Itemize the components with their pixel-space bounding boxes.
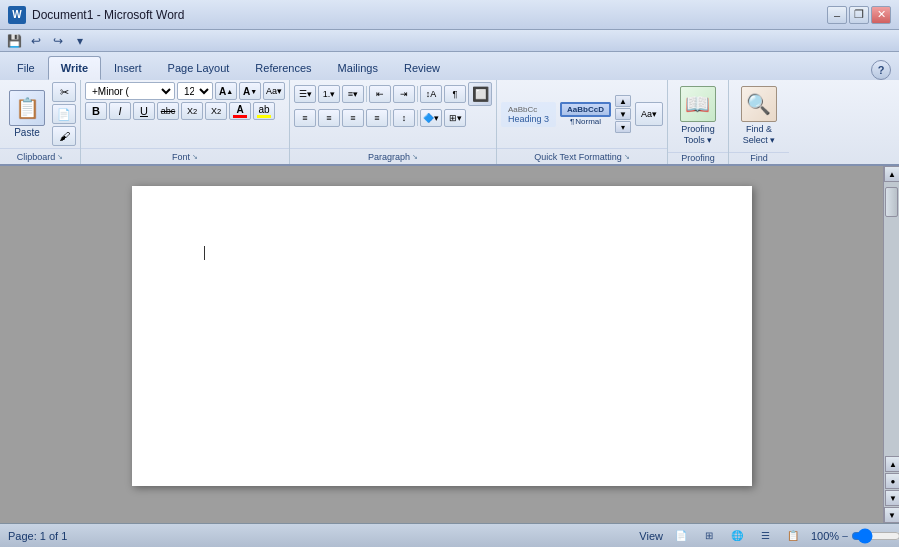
styles-preview-area: AaBbCc Heading 3 AaBbCcD ¶ Normal bbox=[501, 95, 631, 133]
highlight-button[interactable]: ab bbox=[253, 102, 275, 120]
tab-insert[interactable]: Insert bbox=[101, 56, 155, 80]
list-bullet-button[interactable]: ☰▾ bbox=[294, 85, 316, 103]
text-cursor bbox=[204, 246, 205, 260]
align-left-button[interactable]: ≡ bbox=[294, 109, 316, 127]
zoom-out-button[interactable]: – bbox=[841, 527, 849, 545]
font-size-select[interactable]: 12 bbox=[177, 82, 213, 100]
font-family-select[interactable]: +Minor ( bbox=[85, 82, 175, 100]
heading3-style-button[interactable]: AaBbCc Heading 3 bbox=[501, 102, 556, 127]
scroll-next-page[interactable]: ▼ bbox=[885, 490, 899, 506]
save-qat-button[interactable]: 💾 bbox=[4, 32, 24, 50]
full-screen-button[interactable]: ⊞ bbox=[699, 527, 719, 545]
proofing-group-label: Proofing bbox=[668, 152, 728, 164]
draft-button[interactable]: 📋 bbox=[783, 527, 803, 545]
shading2-button[interactable]: 🔷▾ bbox=[420, 109, 442, 127]
close-button[interactable]: ✕ bbox=[871, 6, 891, 24]
find-group-label: Find bbox=[729, 152, 789, 164]
increase-indent-button[interactable]: ⇥ bbox=[393, 85, 415, 103]
line-spacing-button[interactable]: ↕ bbox=[393, 109, 415, 127]
scroll-thumb[interactable] bbox=[885, 187, 898, 217]
para-row-1: ☰▾ 1.▾ ≡▾ ⇤ ⇥ ↕A ¶ 🔲 bbox=[294, 82, 492, 106]
proofing-tools-button[interactable]: 📖 Proofing Tools ▾ bbox=[672, 82, 724, 150]
quick-styles-content: AaBbCc Heading 3 AaBbCcD ¶ Normal bbox=[497, 80, 667, 148]
list-multilevel-button[interactable]: ≡▾ bbox=[342, 85, 364, 103]
tab-page-layout[interactable]: Page Layout bbox=[155, 56, 243, 80]
ribbon-tabs: File Write Insert Page Layout References… bbox=[0, 52, 899, 80]
font-color-bar bbox=[233, 115, 247, 118]
zoom-slider[interactable] bbox=[851, 531, 899, 541]
font-group-content: +Minor ( 12 A▲ A▼ Aa▾ B I U abc X2 X2 A bbox=[81, 80, 289, 148]
decrease-indent-button[interactable]: ⇤ bbox=[369, 85, 391, 103]
paragraph-expand[interactable]: ↘ bbox=[412, 153, 418, 161]
strikethrough-button[interactable]: abc bbox=[157, 102, 179, 120]
list-number-button[interactable]: 1.▾ bbox=[318, 85, 340, 103]
para-row-2: ≡ ≡ ≡ ≡ ↕ 🔷▾ ⊞▾ bbox=[294, 108, 466, 128]
undo-button[interactable]: ↩ bbox=[26, 32, 46, 50]
styles-scroll-down[interactable]: ▼ bbox=[615, 108, 631, 120]
bold-button[interactable]: B bbox=[85, 102, 107, 120]
status-bar: Page: 1 of 1 View 📄 ⊞ 🌐 ☰ 📋 100% – + bbox=[0, 523, 899, 547]
copy-button[interactable]: 📄 bbox=[52, 104, 76, 124]
web-layout-button[interactable]: 🌐 bbox=[727, 527, 747, 545]
scroll-track[interactable] bbox=[884, 182, 899, 455]
align-justify-button[interactable]: ≡ bbox=[366, 109, 388, 127]
format-painter-button[interactable]: 🖌 bbox=[52, 126, 76, 146]
borders-button[interactable]: ⊞▾ bbox=[444, 109, 466, 127]
show-marks-button[interactable]: ¶ bbox=[444, 85, 466, 103]
font-row-1: +Minor ( 12 A▲ A▼ Aa▾ bbox=[85, 82, 285, 100]
underline-button[interactable]: U bbox=[133, 102, 155, 120]
italic-button[interactable]: I bbox=[109, 102, 131, 120]
clipboard-sub: ✂ 📄 🖌 bbox=[52, 82, 76, 146]
increase-font-button[interactable]: A▲ bbox=[215, 82, 237, 100]
paste-icon: 📋 bbox=[9, 90, 45, 126]
quick-styles-expand[interactable]: ↘ bbox=[624, 153, 630, 161]
superscript-button[interactable]: X2 bbox=[205, 102, 227, 120]
decrease-font-button[interactable]: A▼ bbox=[239, 82, 261, 100]
paste-button[interactable]: 📋 Paste bbox=[4, 87, 50, 141]
redo-button[interactable]: ↪ bbox=[48, 32, 68, 50]
paste-label: Paste bbox=[14, 127, 40, 138]
document-page[interactable] bbox=[132, 186, 752, 486]
outline-button[interactable]: ☰ bbox=[755, 527, 775, 545]
styles-scroll-arrows: ▲ ▼ ▾ bbox=[615, 95, 631, 133]
clipboard-group: 📋 Paste ✂ 📄 🖌 Clipboard ↘ bbox=[0, 80, 81, 164]
align-center-button[interactable]: ≡ bbox=[318, 109, 340, 127]
paragraph-label: Paragraph ↘ bbox=[290, 148, 496, 164]
font-expand[interactable]: ↘ bbox=[192, 153, 198, 161]
tab-review[interactable]: Review bbox=[391, 56, 453, 80]
tab-file[interactable]: File bbox=[4, 56, 48, 80]
styles-scroll-up[interactable]: ▲ bbox=[615, 95, 631, 107]
align-right-button[interactable]: ≡ bbox=[342, 109, 364, 127]
tab-references[interactable]: References bbox=[242, 56, 324, 80]
change-case-button[interactable]: Aa▾ bbox=[263, 82, 285, 100]
document-scroll-area[interactable] bbox=[0, 166, 883, 523]
tab-write[interactable]: Write bbox=[48, 56, 101, 80]
cut-button[interactable]: ✂ bbox=[52, 82, 76, 102]
shading-button[interactable]: 🔲 bbox=[468, 82, 492, 106]
help-button[interactable]: ? bbox=[871, 60, 891, 80]
title-controls: – ❐ ✕ bbox=[827, 6, 891, 24]
scroll-down-button[interactable]: ▼ bbox=[884, 507, 899, 523]
minimize-button[interactable]: – bbox=[827, 6, 847, 24]
title-bar-left: W Document1 - Microsoft Word bbox=[8, 6, 185, 24]
font-row-2: B I U abc X2 X2 A ab bbox=[85, 102, 275, 120]
font-color-button[interactable]: A bbox=[229, 102, 251, 120]
styles-more[interactable]: ▾ bbox=[615, 121, 631, 133]
normal-style-wrapper: AaBbCcD ¶ Normal bbox=[560, 102, 611, 126]
change-styles-button[interactable]: Aa▾ bbox=[635, 102, 663, 126]
clipboard-expand[interactable]: ↘ bbox=[57, 153, 63, 161]
scroll-prev-page[interactable]: ▲ bbox=[885, 456, 899, 472]
subscript-button[interactable]: X2 bbox=[181, 102, 203, 120]
print-layout-button[interactable]: 📄 bbox=[671, 527, 691, 545]
paragraph-group-content: ☰▾ 1.▾ ≡▾ ⇤ ⇥ ↕A ¶ 🔲 ≡ ≡ ≡ ≡ ↕ 🔷▾ ⊞▾ bbox=[290, 80, 496, 148]
tab-mailings[interactable]: Mailings bbox=[325, 56, 391, 80]
styles-side-buttons: Aa▾ bbox=[635, 102, 663, 126]
scroll-select[interactable]: ● bbox=[885, 473, 899, 489]
scroll-up-button[interactable]: ▲ bbox=[884, 166, 899, 182]
normal-style-button[interactable]: AaBbCcD bbox=[560, 102, 611, 117]
find-select-button[interactable]: 🔍 Find & Select ▾ bbox=[733, 82, 785, 150]
sort-button[interactable]: ↕A bbox=[420, 85, 442, 103]
styles-row: AaBbCc Heading 3 AaBbCcD ¶ Normal bbox=[501, 95, 631, 133]
qat-dropdown-button[interactable]: ▾ bbox=[70, 32, 90, 50]
restore-button[interactable]: ❐ bbox=[849, 6, 869, 24]
